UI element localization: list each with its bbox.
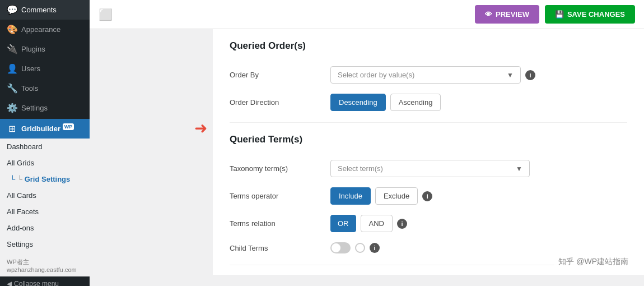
order-direction-control: Descending Ascending bbox=[330, 94, 627, 111]
sidebar-item-appearance[interactable]: 🎨 Appearance bbox=[0, 20, 90, 39]
tools-icon: 🔧 bbox=[7, 83, 17, 94]
preview-button[interactable]: 👁 PREVIEW bbox=[475, 5, 539, 24]
sidebar-item-settings-sub[interactable]: Settings bbox=[0, 236, 90, 252]
taxonomy-select[interactable]: Select term(s) ▼ bbox=[330, 160, 530, 177]
child-terms-label: Child Terms bbox=[230, 244, 319, 252]
taxonomy-term-row: Taxonomy term(s) Select term(s) ▼ bbox=[230, 160, 627, 177]
child-terms-control: i bbox=[330, 242, 627, 253]
main-area: ⬜ 👁 PREVIEW 💾 SAVE CHANGES ➜ Queried Ord… bbox=[90, 0, 644, 286]
order-by-control: Select order by value(s) ▼ i bbox=[330, 66, 627, 84]
settings-icon: ⚙️ bbox=[7, 103, 17, 113]
order-by-row: Order By Select order by value(s) ▼ i bbox=[230, 66, 627, 84]
terms-relation-info-icon[interactable]: i bbox=[397, 219, 407, 229]
taxonomy-select-arrow: ▼ bbox=[516, 165, 522, 173]
sidebar: 💬 Comments 🎨 Appearance 🔌 Plugins 👤 User… bbox=[0, 0, 90, 286]
collapse-icon: ◀ bbox=[7, 280, 12, 286]
child-terms-toggle-circle bbox=[355, 243, 365, 253]
collapse-menu[interactable]: ◀ Collapse menu bbox=[0, 276, 90, 286]
section1-title: Queried Order(s) bbox=[230, 40, 627, 56]
ascending-button[interactable]: Ascending bbox=[390, 94, 441, 111]
terms-operator-row: Terms operator Include Exclude i bbox=[230, 187, 627, 205]
and-button[interactable]: AND bbox=[361, 215, 393, 232]
terms-relation-control: OR AND i bbox=[330, 215, 627, 232]
sidebar-item-dashboard[interactable]: Dashboard bbox=[0, 139, 90, 155]
topbar: ⬜ 👁 PREVIEW 💾 SAVE CHANGES bbox=[90, 0, 644, 29]
left-panel: ➜ bbox=[90, 29, 213, 275]
arrow-right-icon: ➜ bbox=[194, 119, 207, 137]
sidebar-item-users[interactable]: 👤 Users bbox=[0, 59, 90, 79]
terms-operator-info-icon[interactable]: i bbox=[422, 191, 432, 201]
gridbuilder-icon: ⊞ bbox=[7, 123, 17, 134]
topbar-left: ⬜ bbox=[99, 8, 469, 21]
sidebar-item-grid-settings[interactable]: └ Grid Settings bbox=[0, 171, 90, 187]
order-direction-row: Order Direction Descending Ascending bbox=[230, 94, 627, 111]
appearance-icon: 🎨 bbox=[7, 24, 17, 35]
order-direction-label: Order Direction bbox=[230, 98, 319, 107]
section2-title: Queried Term(s) bbox=[230, 134, 627, 150]
child-terms-toggle[interactable] bbox=[330, 242, 351, 253]
save-icon: 💾 bbox=[555, 10, 564, 19]
watermark-sidebar: WP者主 wpzhanzhang.eastfu.com bbox=[0, 255, 90, 276]
sidebar-submenu: Dashboard All Grids └ Grid Settings All … bbox=[0, 139, 90, 276]
right-panel: Queried Order(s) Order By Select order b… bbox=[213, 29, 644, 275]
order-by-label: Order By bbox=[230, 71, 319, 79]
terms-relation-row: Terms relation OR AND i bbox=[230, 215, 627, 232]
child-terms-info-icon[interactable]: i bbox=[370, 243, 380, 253]
section-separator-2 bbox=[230, 265, 627, 265]
taxonomy-control: Select term(s) ▼ bbox=[330, 160, 627, 177]
terms-operator-label: Terms operator bbox=[230, 192, 319, 200]
eye-icon: 👁 bbox=[485, 10, 492, 19]
section-separator-1 bbox=[230, 122, 627, 123]
child-terms-row: Child Terms i bbox=[230, 242, 627, 253]
order-by-select-arrow: ▼ bbox=[507, 71, 514, 79]
save-changes-button[interactable]: 💾 SAVE CHANGES bbox=[545, 5, 635, 24]
sidebar-item-all-facets[interactable]: All Facets bbox=[0, 204, 90, 220]
sidebar-item-gridbuilder[interactable]: ⊞ Gridbuilder WP bbox=[0, 119, 90, 139]
exclude-button[interactable]: Exclude bbox=[375, 187, 418, 205]
sidebar-toggle-icon[interactable]: ⬜ bbox=[99, 8, 113, 21]
include-button[interactable]: Include bbox=[330, 187, 371, 205]
sidebar-item-add-ons[interactable]: Add-ons bbox=[0, 220, 90, 236]
taxonomy-label: Taxonomy term(s) bbox=[230, 164, 319, 173]
sidebar-item-comments[interactable]: 💬 Comments bbox=[0, 0, 90, 20]
users-icon: 👤 bbox=[7, 63, 17, 74]
terms-operator-control: Include Exclude i bbox=[330, 187, 627, 205]
sidebar-item-all-grids[interactable]: All Grids bbox=[0, 155, 90, 171]
sidebar-item-plugins[interactable]: 🔌 Plugins bbox=[0, 39, 90, 59]
order-by-select[interactable]: Select order by value(s) ▼ bbox=[330, 66, 521, 84]
order-by-info-icon[interactable]: i bbox=[525, 70, 535, 80]
sidebar-item-tools[interactable]: 🔧 Tools bbox=[0, 79, 90, 98]
comments-icon: 💬 bbox=[7, 4, 17, 15]
terms-relation-label: Terms relation bbox=[230, 219, 319, 228]
plugins-icon: 🔌 bbox=[7, 44, 17, 54]
content-area: ➜ Queried Order(s) Order By Select order… bbox=[90, 29, 644, 286]
arrow-container: ➜ bbox=[90, 29, 213, 137]
sidebar-item-settings[interactable]: ⚙️ Settings bbox=[0, 98, 90, 118]
descending-button[interactable]: Descending bbox=[330, 94, 386, 111]
sidebar-item-all-cards[interactable]: All Cards bbox=[0, 187, 90, 204]
or-button[interactable]: OR bbox=[330, 215, 356, 232]
indent-icon: └ bbox=[17, 175, 25, 183]
